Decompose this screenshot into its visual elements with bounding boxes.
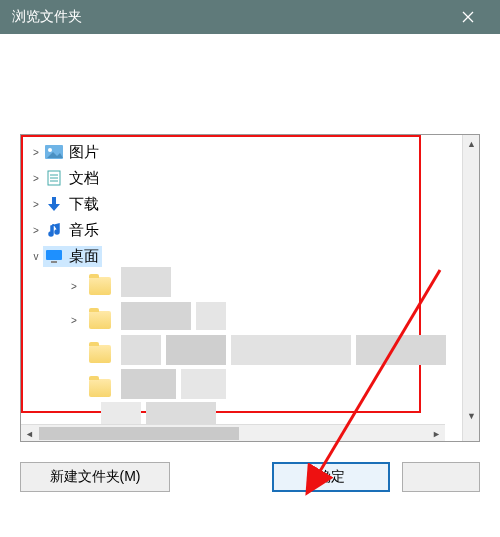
desktop-icon bbox=[45, 247, 63, 265]
scroll-left-icon[interactable]: ◄ bbox=[21, 425, 38, 441]
expand-icon[interactable]: > bbox=[29, 173, 43, 184]
documents-icon bbox=[45, 169, 63, 187]
folder-icon bbox=[89, 345, 111, 363]
new-folder-button[interactable]: 新建文件夹(M) bbox=[20, 462, 170, 492]
tree-item-desktop[interactable]: v 桌面 bbox=[21, 243, 462, 269]
tree-item-label: 音乐 bbox=[69, 221, 99, 240]
expand-icon[interactable]: > bbox=[71, 281, 85, 292]
dialog-body: > 图片 > 文档 > bbox=[0, 34, 500, 537]
folder-icon bbox=[89, 379, 111, 397]
tree-item-pictures[interactable]: > 图片 bbox=[21, 139, 462, 165]
pictures-icon bbox=[45, 143, 63, 161]
tree-item-label: 下载 bbox=[69, 195, 99, 214]
cancel-button[interactable] bbox=[402, 462, 480, 492]
tree-item-label: 文档 bbox=[69, 169, 99, 188]
titlebar: 浏览文件夹 bbox=[0, 0, 500, 34]
folder-icon bbox=[89, 311, 111, 329]
svg-rect-8 bbox=[51, 261, 57, 263]
music-icon bbox=[45, 221, 63, 239]
vertical-scrollbar[interactable]: ▲ ▼ bbox=[462, 135, 479, 441]
tree-item-documents[interactable]: > 文档 bbox=[21, 165, 462, 191]
scroll-down-icon[interactable]: ▼ bbox=[463, 407, 480, 424]
collapse-icon[interactable]: v bbox=[29, 251, 43, 262]
dialog-title: 浏览文件夹 bbox=[12, 8, 82, 26]
expand-icon[interactable]: > bbox=[29, 199, 43, 210]
svg-point-6 bbox=[49, 232, 53, 236]
expand-icon[interactable]: > bbox=[29, 225, 43, 236]
scroll-right-icon[interactable]: ► bbox=[428, 425, 445, 441]
scroll-thumb[interactable] bbox=[39, 427, 239, 440]
folder-icon bbox=[89, 277, 111, 295]
expand-icon[interactable]: > bbox=[71, 315, 85, 326]
horizontal-scrollbar[interactable]: ◄ ► bbox=[21, 424, 445, 441]
tree-subitem[interactable]: > bbox=[51, 371, 462, 405]
svg-rect-7 bbox=[46, 250, 62, 260]
svg-point-1 bbox=[48, 148, 52, 152]
close-button[interactable] bbox=[448, 0, 488, 34]
tree-subitem[interactable]: > bbox=[51, 303, 462, 337]
button-row: 新建文件夹(M) 确定 bbox=[20, 462, 480, 492]
tree-subitem[interactable]: > bbox=[51, 337, 462, 371]
expand-icon[interactable]: > bbox=[29, 147, 43, 158]
downloads-icon bbox=[45, 195, 63, 213]
tree-item-music[interactable]: > 音乐 bbox=[21, 217, 462, 243]
desktop-subtree: > > > > bbox=[21, 269, 462, 405]
folder-tree[interactable]: > 图片 > 文档 > bbox=[21, 135, 462, 441]
tree-item-downloads[interactable]: > 下载 bbox=[21, 191, 462, 217]
ok-button[interactable]: 确定 bbox=[272, 462, 390, 492]
scroll-up-icon[interactable]: ▲ bbox=[463, 135, 480, 152]
tree-subitem[interactable]: > bbox=[51, 269, 462, 303]
folder-tree-container: > 图片 > 文档 > bbox=[20, 134, 480, 442]
tree-item-label: 桌面 bbox=[69, 247, 99, 266]
tree-item-label: 图片 bbox=[69, 143, 99, 162]
close-icon bbox=[462, 11, 474, 23]
